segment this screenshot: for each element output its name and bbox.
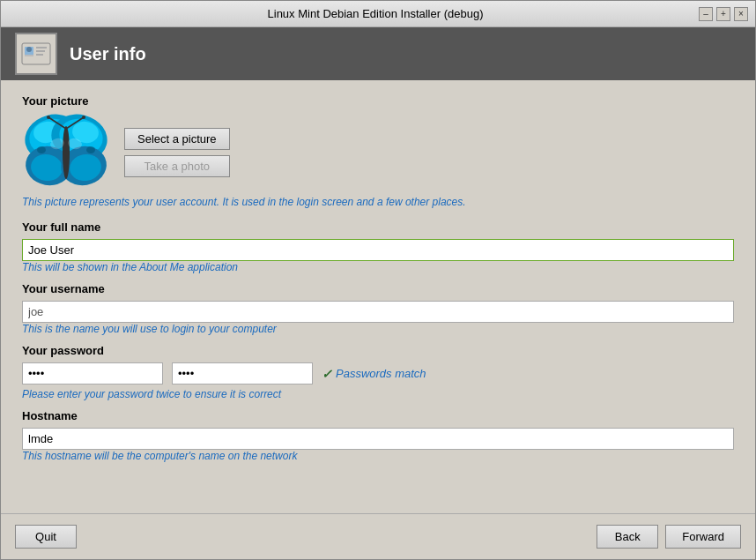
id-card-icon xyxy=(20,38,52,70)
footer: Quit Back Forward xyxy=(1,513,755,559)
close-button[interactable]: × xyxy=(734,7,748,21)
username-group: Your username This is the name you will … xyxy=(22,282,734,335)
svg-rect-4 xyxy=(36,47,47,49)
content-area: Your picture xyxy=(1,80,755,513)
maximize-button[interactable]: + xyxy=(716,7,730,21)
hostname-label: Hostname xyxy=(22,409,734,422)
header-icon xyxy=(15,33,57,75)
svg-rect-6 xyxy=(36,54,43,56)
password-label: Your password xyxy=(22,344,734,357)
picture-section-label: Your picture xyxy=(22,94,734,108)
svg-point-2 xyxy=(26,47,32,52)
full-name-label: Your full name xyxy=(22,220,734,234)
svg-point-21 xyxy=(82,116,85,119)
full-name-input[interactable] xyxy=(22,239,734,261)
hostname-input[interactable] xyxy=(22,428,734,450)
svg-point-24 xyxy=(37,146,46,153)
footer-right-buttons: Back Forward xyxy=(597,525,741,549)
take-photo-button[interactable]: Take a photo xyxy=(124,155,230,177)
hostname-hint: This hostname will be the computer's nam… xyxy=(22,450,734,462)
svg-point-17 xyxy=(63,126,70,179)
select-picture-button[interactable]: Select a picture xyxy=(124,128,230,150)
svg-rect-5 xyxy=(36,50,45,52)
back-button[interactable]: Back xyxy=(597,525,658,549)
title-bar: Linux Mint Debian Edition Installer (deb… xyxy=(1,1,755,27)
password-row: ✓ Passwords match xyxy=(22,362,734,385)
quit-button[interactable]: Quit xyxy=(15,525,77,549)
header-title: User info xyxy=(70,44,146,64)
password-hint: Please enter your password twice to ensu… xyxy=(22,388,734,400)
svg-point-19 xyxy=(47,116,50,119)
full-name-hint: This will be shown in the About Me appli… xyxy=(22,261,734,273)
main-window: Linux Mint Debian Edition Installer (deb… xyxy=(0,0,756,560)
svg-point-25 xyxy=(86,146,95,153)
password-group: Your password ✓ Passwords match Please e… xyxy=(22,344,734,400)
svg-rect-3 xyxy=(25,55,33,56)
window-title: Linux Mint Debian Edition Installer (deb… xyxy=(52,7,699,20)
user-picture xyxy=(22,113,110,192)
username-label: Your username xyxy=(22,282,734,295)
butterfly-icon xyxy=(22,113,110,192)
password-input-2[interactable] xyxy=(172,362,313,385)
username-input[interactable] xyxy=(22,301,734,323)
minimize-button[interactable]: – xyxy=(699,7,713,21)
username-hint: This is the name you will use to login t… xyxy=(22,323,734,335)
checkmark-icon: ✓ xyxy=(322,367,332,381)
passwords-match-indicator: ✓ Passwords match xyxy=(322,367,426,381)
password-input-1[interactable] xyxy=(22,362,163,385)
full-name-group: Your full name This will be shown in the… xyxy=(22,220,734,273)
picture-caption: This picture represents your user accoun… xyxy=(22,196,734,208)
forward-button[interactable]: Forward xyxy=(665,525,741,549)
picture-buttons: Select a picture Take a photo xyxy=(124,128,230,177)
title-bar-buttons: – + × xyxy=(699,7,748,21)
header-bar: User info xyxy=(1,27,755,80)
picture-section: Select a picture Take a photo xyxy=(22,113,734,192)
passwords-match-text: Passwords match xyxy=(336,367,426,380)
hostname-group: Hostname This hostname will be the compu… xyxy=(22,409,734,462)
